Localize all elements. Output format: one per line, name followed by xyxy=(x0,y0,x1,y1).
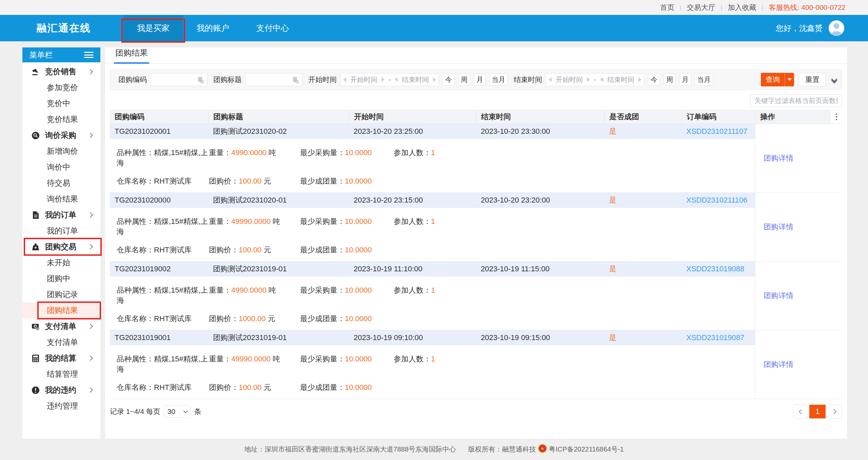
nav-tab-buyer[interactable]: 我是买家 xyxy=(123,15,183,41)
group-detail-link[interactable]: 团购详情 xyxy=(764,359,793,370)
warehouse-value: RHT测试库 xyxy=(154,177,192,185)
link-trading-hall[interactable]: 交易大厅 xyxy=(687,3,715,12)
sidebar-item-inquiry-results[interactable]: 询价结果 xyxy=(22,191,100,207)
arrow-left-icon[interactable] xyxy=(343,77,346,82)
next-page-button[interactable] xyxy=(826,405,842,418)
sidebar-item-settlement-management[interactable]: 结算管理 xyxy=(22,366,100,382)
brand-logo[interactable]: 融汇通在线 xyxy=(37,15,91,41)
action-cell: 团购详情 xyxy=(755,330,842,399)
sidebar-group-my-settlement[interactable]: 我的结算 xyxy=(22,350,100,366)
menu-collapse-icon[interactable] xyxy=(84,52,94,58)
per-page-select[interactable]: 30 xyxy=(164,405,191,418)
range-separator: - xyxy=(594,76,596,84)
user-avatar[interactable] xyxy=(829,20,844,36)
participants-label: 参加人数： xyxy=(394,148,431,157)
group-detail-link[interactable]: 团购详情 xyxy=(764,153,793,163)
per-page-value: 30 xyxy=(167,407,175,416)
row-detail: 品种属性：精煤,15#精煤,上海 重量：4990.0000 吨 最少采购量：10… xyxy=(110,139,755,192)
nav-tab-account[interactable]: 我的账户 xyxy=(183,15,243,41)
group-detail-link[interactable]: 团购详情 xyxy=(764,222,793,232)
sidebar-item-group-buying-results[interactable]: 团购结果 xyxy=(22,302,100,318)
nav-tab-payment-center[interactable]: 支付中心 xyxy=(243,15,302,41)
min-purchase-value: 10.0000 xyxy=(345,355,372,363)
arrow-right-icon[interactable] xyxy=(433,77,436,82)
page-number-button[interactable]: 1 xyxy=(809,405,826,418)
table-row: TG20231020000 团购测试20231020-01 2023-10-20… xyxy=(110,193,842,262)
sidebar-item-my-orders[interactable]: 我的订单 xyxy=(22,223,100,239)
col-header-grouped[interactable]: 是否成团 xyxy=(604,110,682,124)
quick-month-button[interactable]: 月 xyxy=(679,74,691,86)
sidebar-item-default-management[interactable]: 违约管理 xyxy=(22,398,100,414)
col-header-start-time[interactable]: 开始时间 xyxy=(349,110,476,124)
sidebar-item-pending-trade[interactable]: 待交易 xyxy=(22,175,100,191)
range-start-placeholder: 开始时间 xyxy=(556,75,583,84)
quick-week-button[interactable]: 周 xyxy=(664,74,676,86)
arrow-left-icon[interactable] xyxy=(395,77,398,82)
quick-week-button[interactable]: 周 xyxy=(458,74,470,86)
cell-start-time: 2023-10-19 11:10:00 xyxy=(349,265,476,273)
sidebar-group-group-buying[interactable]: 团购交易 xyxy=(22,239,100,255)
link-add-favorite[interactable]: 加入收藏 xyxy=(728,3,756,12)
reset-button[interactable]: 重置 xyxy=(799,73,826,86)
quick-current-month-button[interactable]: 当月 xyxy=(489,74,508,86)
arrow-left-icon[interactable] xyxy=(600,77,603,82)
action-cell: 团购详情 xyxy=(755,124,842,192)
tab-group-buying-results[interactable]: 团购结果 xyxy=(114,47,149,64)
arrow-right-icon[interactable] xyxy=(638,77,642,82)
col-header-order-code[interactable]: 订单编码 xyxy=(682,110,755,124)
sidebar-item-payment-list[interactable]: 支付清单 xyxy=(22,334,100,350)
range-end-placeholder: 结束时间 xyxy=(607,75,634,84)
collapse-filters-icon[interactable] xyxy=(832,77,836,83)
sidebar-item-label: 我的订单 xyxy=(47,226,78,236)
sidebar-item-not-started[interactable]: 未开始 xyxy=(22,255,100,271)
group-detail-link[interactable]: 团购详情 xyxy=(764,291,793,301)
keyword-filter-input[interactable] xyxy=(750,94,842,107)
sidebar-item-group-buying-records[interactable]: 团购记录 xyxy=(22,287,100,302)
group-price-value: 100.00 xyxy=(239,246,261,254)
sidebar-group-inquiry-purchase[interactable]: 询价采购 xyxy=(22,127,100,143)
search-button[interactable]: 查询 xyxy=(761,73,794,86)
sidebar-item-auction-results[interactable]: 竞价结果 xyxy=(22,111,100,127)
divider: | xyxy=(721,4,723,11)
sidebar-item-group-buying-in-progress[interactable]: 团购中 xyxy=(22,271,100,287)
footer-icp-link[interactable]: 粤ICP备2022116864号-1 xyxy=(549,445,624,454)
quick-today-button[interactable]: 今 xyxy=(648,74,660,86)
sidebar-group-my-orders[interactable]: 我的订单 xyxy=(22,207,100,223)
sidebar-group-my-defaults[interactable]: 我的违约 xyxy=(22,382,100,398)
sidebar-item-new-inquiry[interactable]: 新增询价 xyxy=(22,143,100,159)
sidebar-group-label: 我的违约 xyxy=(45,385,76,395)
quick-today-button[interactable]: 今 xyxy=(442,74,455,86)
participants-value: 1 xyxy=(431,148,435,157)
col-header-end-time[interactable]: 结束时间 xyxy=(476,110,604,124)
quick-month-button[interactable]: 月 xyxy=(474,74,486,86)
order-code-link[interactable]: XSDD2310211106 xyxy=(686,196,747,204)
arrow-left-icon[interactable] xyxy=(549,77,552,82)
chevron-right-icon xyxy=(88,69,93,75)
group-price-label: 团购价： xyxy=(209,177,239,185)
col-header-actions[interactable]: 操作 xyxy=(755,110,842,124)
cell-group-code: TG20231020001 xyxy=(110,127,208,136)
arrow-right-icon[interactable] xyxy=(381,77,384,82)
content-tabbar: 团购结果 xyxy=(105,47,847,64)
sidebar-item-inquiry-in-progress[interactable]: 询价中 xyxy=(22,159,100,175)
link-home[interactable]: 首页 xyxy=(660,3,674,12)
sidebar-item-auction-in-progress[interactable]: 竞价中 xyxy=(22,96,100,111)
prev-page-button[interactable] xyxy=(793,405,809,418)
order-code-link[interactable]: XSDD231019087 xyxy=(686,333,744,342)
cell-group-title: 团购测试20231020-01 xyxy=(208,195,349,205)
sidebar-item-join-auction[interactable]: 参加竞价 xyxy=(22,80,100,96)
start-time-range-picker[interactable]: 开始时间 - 结束时间 xyxy=(340,73,439,86)
sidebar-group-auction-sale[interactable]: 竞价销售 xyxy=(22,64,100,80)
order-code-link[interactable]: XSDD2310211107 xyxy=(686,127,747,135)
end-time-range-picker[interactable]: 开始时间 - 结束时间 xyxy=(546,73,645,86)
col-header-group-title[interactable]: 团购标题 xyxy=(208,110,349,124)
column-settings-icon[interactable] xyxy=(830,110,842,124)
search-dropdown-toggle[interactable] xyxy=(785,73,794,86)
quick-current-month-button[interactable]: 当月 xyxy=(695,74,713,86)
keyword-filter-row xyxy=(110,93,842,109)
arrow-right-icon[interactable] xyxy=(587,77,590,82)
sidebar-group-payment-list[interactable]: 支付清单 xyxy=(22,318,100,334)
col-header-group-code[interactable]: 团购编码 xyxy=(110,110,208,124)
order-code-link[interactable]: XSDD231019088 xyxy=(686,265,744,273)
cell-group-code: TG20231019002 xyxy=(110,265,208,273)
